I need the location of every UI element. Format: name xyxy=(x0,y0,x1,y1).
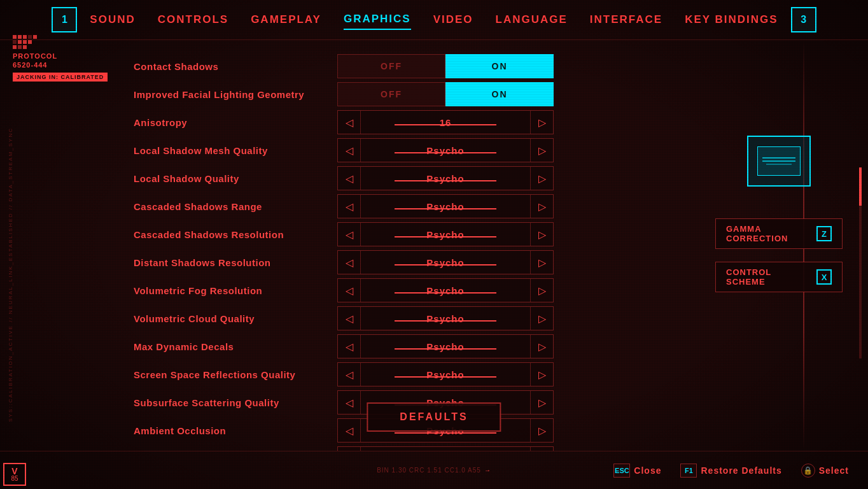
bottom-center-text: BIN 1.30 CRC 1.51 CC1.0 A55 xyxy=(377,467,481,474)
setting-label-facial-lighting: Improved Facial Lighting Geometry xyxy=(127,89,337,100)
selector-arrow-left-decals[interactable]: ◁ xyxy=(338,335,361,358)
select-label: Select xyxy=(819,465,849,476)
selector-value-vol-fog: Psycho xyxy=(361,285,530,296)
scrollbar-thumb[interactable] xyxy=(859,167,862,206)
selector-arrow-right-shadow-quality[interactable]: ▷ xyxy=(530,167,553,190)
bottom-arrow-icon: → xyxy=(484,467,491,474)
defaults-button[interactable]: DEFAULTS xyxy=(367,402,501,432)
selector-value-cascaded-res: Psycho xyxy=(361,229,530,240)
right-panel: GAMMA CORRECTION Z CONTROL SCHEME X xyxy=(690,40,868,451)
selector-value-shadow-mesh: Psycho xyxy=(361,145,530,156)
selector-arrow-right-anisotropy[interactable]: ▷ xyxy=(530,111,553,134)
preview-thumbnail xyxy=(747,136,811,187)
nav-item-controls[interactable]: CONTROLS xyxy=(158,10,228,29)
setting-label-anisotropy: Anisotropy xyxy=(127,117,337,128)
selector-arrow-right-cascaded-res[interactable]: ▷ xyxy=(530,223,553,246)
selector-arrow-left-cascaded-res[interactable]: ◁ xyxy=(338,223,361,246)
setting-label-shadow-mesh: Local Shadow Mesh Quality xyxy=(127,145,337,156)
selector-value-shadow-quality: Psycho xyxy=(361,173,530,184)
bottom-close-action[interactable]: ESC Close xyxy=(613,464,661,478)
bottom-select-action[interactable]: 🔒 Select xyxy=(801,464,849,478)
nav-item-sound[interactable]: SOUND xyxy=(90,10,135,29)
selector-arrow-left-shadow-mesh[interactable]: ◁ xyxy=(338,139,361,162)
selector-arrow-left-sss[interactable]: ◁ xyxy=(338,391,361,414)
selector-arrow-left-shadow-quality[interactable]: ◁ xyxy=(338,167,361,190)
f1-key[interactable]: F1 xyxy=(680,464,697,478)
gamma-correction-label: GAMMA CORRECTION xyxy=(726,224,811,243)
setting-control-contact-shadows: OFF ON xyxy=(337,54,554,78)
gamma-correction-button[interactable]: GAMMA CORRECTION Z xyxy=(715,218,843,249)
preview-line-2 xyxy=(762,160,795,162)
nav-items: SOUND CONTROLS GAMEPLAY GRAPHICS VIDEO L… xyxy=(90,10,778,30)
setting-label-cascaded-res: Cascaded Shadows Resolution xyxy=(127,229,337,240)
logo-text-line2: 6520-444 xyxy=(13,60,48,69)
selector-arrow-left-ssr[interactable]: ◁ xyxy=(338,363,361,386)
setting-label-cascaded-range: Cascaded Shadows Range xyxy=(127,201,337,212)
restore-label: Restore Defaults xyxy=(701,465,781,476)
setting-control-cascaded-res: ◁ Psycho ▷ xyxy=(337,222,554,246)
selector-arrow-right-vol-cloud[interactable]: ▷ xyxy=(530,307,553,330)
setting-control-color-precision: ◁ High ▷ xyxy=(337,446,554,451)
selector-arrow-right-sss[interactable]: ▷ xyxy=(530,391,553,414)
nav-item-video[interactable]: VIDEO xyxy=(433,10,473,29)
gamma-correction-key: Z xyxy=(816,226,832,241)
nav-item-interface[interactable]: INTERFACE xyxy=(590,10,662,29)
scrollbar[interactable] xyxy=(859,167,862,358)
selector-arrow-left-cascaded-range[interactable]: ◁ xyxy=(338,195,361,218)
nav-item-keybindings[interactable]: KEY BINDINGS xyxy=(685,10,778,29)
selector-value-vol-cloud: Psycho xyxy=(361,313,530,324)
close-label: Close xyxy=(634,465,661,476)
selector-arrow-left-distant-shadows[interactable]: ◁ xyxy=(338,251,361,274)
toggle-on-contact-shadows[interactable]: ON xyxy=(445,54,554,78)
selector-arrow-right-ao[interactable]: ▷ xyxy=(530,419,553,442)
setting-label-contact-shadows: Contact Shadows xyxy=(127,61,337,72)
control-scheme-key: X xyxy=(816,269,832,285)
selector-arrow-left-vol-cloud[interactable]: ◁ xyxy=(338,307,361,330)
setting-control-vol-cloud: ◁ Psycho ▷ xyxy=(337,306,554,330)
selector-value-ssr: Psycho xyxy=(361,369,530,380)
select-icon: 🔒 xyxy=(801,464,815,478)
setting-label-sss: Subsurface Scattering Quality xyxy=(127,397,337,408)
nav-bracket-left: 1 xyxy=(52,7,77,32)
logo-text-line1: PROTOCOL xyxy=(13,52,57,60)
control-scheme-label: CONTROL SCHEME xyxy=(726,267,811,287)
selector-arrow-right-cascaded-range[interactable]: ▷ xyxy=(530,195,553,218)
esc-key[interactable]: ESC xyxy=(613,464,630,478)
logo-area: PROTOCOL 6520-444 JACKING IN: CALIBRATED xyxy=(13,35,108,82)
preview-line-3 xyxy=(766,164,791,165)
setting-control-anisotropy: ◁ 16 ▷ xyxy=(337,110,554,134)
setting-label-vol-fog: Volumetric Fog Resolution xyxy=(127,285,337,296)
selector-arrow-right-shadow-mesh[interactable]: ▷ xyxy=(530,139,553,162)
logo-badge: JACKING IN: CALIBRATED xyxy=(13,73,108,82)
setting-control-ssr: ◁ Psycho ▷ xyxy=(337,362,554,386)
setting-control-facial-lighting: OFF ON xyxy=(337,82,554,106)
left-vertical-decoration: SYS::CALIBRATION_ACTIVE // NEURAL_LINK_E… xyxy=(8,127,14,422)
selector-arrow-right-ssr[interactable]: ▷ xyxy=(530,363,553,386)
toggle-off-contact-shadows[interactable]: OFF xyxy=(337,54,445,78)
setting-label-shadow-quality: Local Shadow Quality xyxy=(127,173,337,184)
setting-label-ao: Ambient Occlusion xyxy=(127,425,337,436)
selector-arrow-right-decals[interactable]: ▷ xyxy=(530,335,553,358)
selector-arrow-left-vol-fog[interactable]: ◁ xyxy=(338,279,361,302)
v-badge-letter: V xyxy=(11,467,17,476)
preview-inner xyxy=(757,146,800,176)
selector-arrow-right-vol-fog[interactable]: ▷ xyxy=(530,279,553,302)
setting-label-ssr: Screen Space Reflections Quality xyxy=(127,369,337,380)
toggle-on-facial-lighting[interactable]: ON xyxy=(445,82,554,106)
setting-control-shadow-quality: ◁ Psycho ▷ xyxy=(337,166,554,190)
setting-label-distant-shadows: Distant Shadows Resolution xyxy=(127,257,337,268)
selector-arrow-right-distant-shadows[interactable]: ▷ xyxy=(530,251,553,274)
selector-value-cascaded-range: Psycho xyxy=(361,201,530,212)
nav-item-gameplay[interactable]: GAMEPLAY xyxy=(251,10,321,29)
control-scheme-button[interactable]: CONTROL SCHEME X xyxy=(715,262,843,292)
preview-line-1 xyxy=(762,157,795,159)
bottom-restore-action[interactable]: F1 Restore Defaults xyxy=(680,464,781,478)
nav-item-language[interactable]: LANGUAGE xyxy=(496,10,568,29)
nav-item-graphics[interactable]: GRAPHICS xyxy=(344,10,411,30)
selector-value-anisotropy: 16 xyxy=(361,117,530,128)
selector-arrow-left-anisotropy[interactable]: ◁ xyxy=(338,111,361,134)
bottom-center-info: BIN 1.30 CRC 1.51 CC1.0 A55 → xyxy=(377,467,491,474)
selector-arrow-left-ao[interactable]: ◁ xyxy=(338,419,361,442)
selector-value-decals: Psycho xyxy=(361,341,530,352)
toggle-off-facial-lighting[interactable]: OFF xyxy=(337,82,445,106)
